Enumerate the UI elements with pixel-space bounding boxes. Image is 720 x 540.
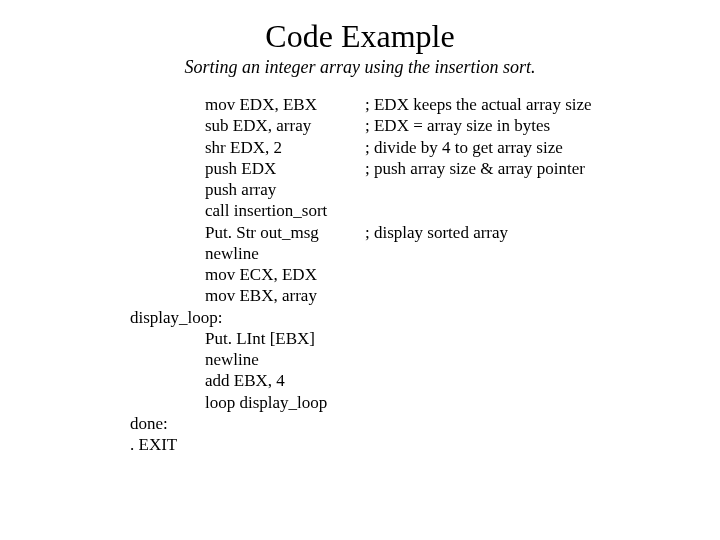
code-label	[130, 328, 205, 349]
code-comment	[365, 243, 720, 264]
code-comment: ; push array size & array pointer	[365, 158, 720, 179]
code-label: . EXIT	[130, 434, 205, 455]
code-label	[130, 115, 205, 136]
code-label	[130, 264, 205, 285]
code-instruction: call insertion_sort	[205, 200, 365, 221]
code-comment: ; display sorted array	[365, 222, 720, 243]
code-instruction: loop display_loop	[205, 392, 365, 413]
code-label	[130, 200, 205, 221]
code-line: done:	[130, 413, 720, 434]
code-instruction	[205, 307, 365, 328]
code-line: mov EBX, array	[130, 285, 720, 306]
code-comment: ; divide by 4 to get array size	[365, 137, 720, 158]
code-comment: ; EDX = array size in bytes	[365, 115, 720, 136]
code-listing: mov EDX, EBX; EDX keeps the actual array…	[130, 94, 720, 455]
code-line: mov EDX, EBX; EDX keeps the actual array…	[130, 94, 720, 115]
code-instruction: mov EBX, array	[205, 285, 365, 306]
code-comment	[365, 264, 720, 285]
code-line: mov ECX, EDX	[130, 264, 720, 285]
code-label	[130, 243, 205, 264]
code-line: sub EDX, array; EDX = array size in byte…	[130, 115, 720, 136]
code-label: display_loop:	[130, 307, 205, 328]
code-label	[130, 179, 205, 200]
code-instruction: newline	[205, 243, 365, 264]
code-label	[130, 349, 205, 370]
code-label	[130, 222, 205, 243]
code-instruction: shr EDX, 2	[205, 137, 365, 158]
code-comment	[365, 179, 720, 200]
code-label: done:	[130, 413, 205, 434]
code-instruction	[205, 413, 365, 434]
code-line: Put. Str out_msg; display sorted array	[130, 222, 720, 243]
code-line: Put. LInt [EBX]	[130, 328, 720, 349]
code-comment	[365, 349, 720, 370]
code-label	[130, 158, 205, 179]
code-line: add EBX, 4	[130, 370, 720, 391]
code-line: newline	[130, 243, 720, 264]
code-comment	[365, 413, 720, 434]
code-instruction: newline	[205, 349, 365, 370]
slide: Code Example Sorting an integer array us…	[0, 18, 720, 540]
code-line: push array	[130, 179, 720, 200]
code-comment	[365, 328, 720, 349]
slide-subtitle: Sorting an integer array using the inser…	[0, 57, 720, 78]
code-comment	[365, 370, 720, 391]
code-instruction	[205, 434, 365, 455]
code-line: newline	[130, 349, 720, 370]
code-instruction: mov EDX, EBX	[205, 94, 365, 115]
code-label	[130, 370, 205, 391]
code-label	[130, 94, 205, 115]
code-instruction: push array	[205, 179, 365, 200]
code-comment	[365, 285, 720, 306]
code-instruction: sub EDX, array	[205, 115, 365, 136]
code-instruction: Put. LInt [EBX]	[205, 328, 365, 349]
code-comment	[365, 392, 720, 413]
code-instruction: push EDX	[205, 158, 365, 179]
code-line: call insertion_sort	[130, 200, 720, 221]
code-line: push EDX; push array size & array pointe…	[130, 158, 720, 179]
code-line: shr EDX, 2; divide by 4 to get array siz…	[130, 137, 720, 158]
code-comment: ; EDX keeps the actual array size	[365, 94, 720, 115]
code-instruction: mov ECX, EDX	[205, 264, 365, 285]
code-line: loop display_loop	[130, 392, 720, 413]
slide-title: Code Example	[0, 18, 720, 55]
code-comment	[365, 200, 720, 221]
code-line: . EXIT	[130, 434, 720, 455]
code-label	[130, 285, 205, 306]
code-label	[130, 137, 205, 158]
code-instruction: add EBX, 4	[205, 370, 365, 391]
code-line: display_loop:	[130, 307, 720, 328]
code-label	[130, 392, 205, 413]
code-comment	[365, 434, 720, 455]
code-comment	[365, 307, 720, 328]
code-instruction: Put. Str out_msg	[205, 222, 365, 243]
